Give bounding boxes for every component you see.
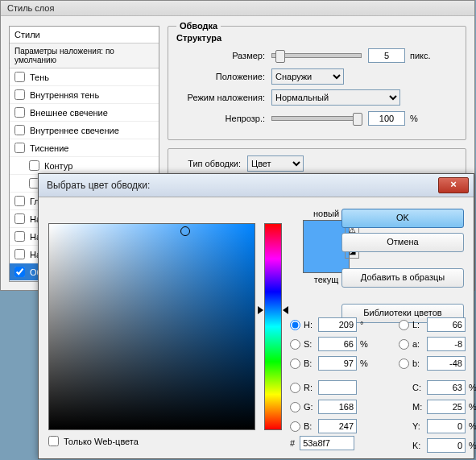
saturation-brightness-field[interactable]	[48, 223, 255, 430]
bch-input[interactable]	[318, 419, 357, 433]
style-item-label: Тиснение	[30, 143, 68, 153]
style-item-checkbox[interactable]	[14, 125, 25, 135]
size-label: Размер:	[176, 51, 265, 60]
y-input[interactable]	[427, 419, 466, 433]
position-label: Положение:	[176, 72, 265, 81]
g-input[interactable]	[318, 400, 357, 414]
web-colors-label: Только Web-цвета	[64, 437, 139, 446]
color-picker-titlebar[interactable]: Выбрать цвет обводки: ×	[39, 174, 474, 197]
b-input[interactable]	[318, 356, 357, 371]
style-item-label: Внешнее свечение	[30, 108, 108, 118]
sb-cursor[interactable]	[180, 226, 190, 236]
cancel-button[interactable]: Отмена	[341, 233, 464, 252]
ok-button[interactable]: OK	[341, 209, 464, 228]
s-input[interactable]	[318, 337, 357, 351]
r-label: R:	[304, 383, 318, 392]
style-item-0[interactable]: Тень	[10, 68, 159, 86]
style-item-checkbox[interactable]	[14, 249, 25, 259]
c-label: C:	[412, 383, 427, 392]
close-button[interactable]: ×	[438, 177, 469, 193]
style-item-checkbox[interactable]	[14, 89, 25, 100]
layer-style-titlebar[interactable]: Стиль слоя	[1, 1, 474, 16]
style-item-checkbox[interactable]	[14, 196, 25, 206]
k-input[interactable]	[427, 438, 466, 453]
hue-indicator-right-icon	[283, 306, 288, 314]
style-item-checkbox[interactable]	[14, 143, 25, 153]
hex-input[interactable]	[300, 436, 354, 450]
c-input[interactable]	[427, 380, 466, 395]
color-picker-title: Выбрать цвет обводки:	[43, 180, 438, 191]
s-label: S:	[304, 339, 318, 349]
opacity-input[interactable]	[368, 111, 405, 126]
stroke-group-title: Обводка	[176, 21, 221, 31]
s-radio[interactable]	[290, 339, 300, 350]
blending-params-row[interactable]: Параметры наложения: по умолчанию	[10, 44, 159, 68]
style-item-1[interactable]: Внутренняя тень	[10, 86, 159, 104]
style-item-checkbox[interactable]	[14, 107, 25, 118]
bch-radio[interactable]	[290, 421, 300, 432]
m-label: M:	[412, 402, 427, 412]
r-radio[interactable]	[290, 383, 300, 393]
opacity-unit: %	[410, 114, 418, 123]
add-to-swatches-button[interactable]: Добавить в образцы	[341, 268, 464, 288]
l-radio[interactable]	[399, 320, 409, 330]
a-radio[interactable]	[399, 339, 409, 350]
position-select[interactable]: Снаружи	[271, 68, 344, 85]
style-item-checkbox[interactable]	[29, 160, 39, 171]
style-item-checkbox[interactable]	[14, 231, 25, 242]
b-label: B:	[304, 358, 318, 368]
blend-select[interactable]: Нормальный	[271, 89, 400, 106]
style-item-2[interactable]: Внешнее свечение	[10, 104, 159, 122]
layer-style-title: Стиль слоя	[7, 3, 54, 13]
m-unit: %	[469, 402, 476, 412]
l-input[interactable]	[427, 317, 466, 332]
hue-strip[interactable]	[264, 223, 282, 430]
lab-b-input[interactable]	[427, 356, 466, 371]
style-item-checkbox[interactable]	[14, 213, 25, 224]
h-unit: °	[360, 320, 373, 329]
structure-heading: Структура	[176, 33, 457, 43]
y-unit: %	[469, 421, 476, 431]
color-picker-dialog: Выбрать цвет обводки: × новый текущ ⚠ ◪ …	[38, 173, 474, 459]
web-colors-checkbox[interactable]	[48, 436, 59, 446]
h-input[interactable]	[318, 317, 357, 332]
style-item-checkbox[interactable]	[14, 267, 25, 277]
k-label: K:	[412, 441, 427, 450]
hue-indicator-left-icon	[258, 306, 263, 314]
size-unit: пикс.	[410, 51, 431, 60]
hex-hash-label: #	[290, 438, 295, 448]
style-item-checkbox[interactable]	[14, 72, 25, 82]
h-label: H:	[304, 320, 318, 329]
r-input[interactable]	[318, 380, 357, 395]
l-label: L:	[412, 320, 427, 329]
fill-type-label: Тип обводки:	[176, 159, 241, 168]
blend-label: Режим наложения:	[176, 93, 265, 102]
bch-label: B:	[304, 421, 318, 431]
lab-b-label: b:	[412, 358, 427, 368]
size-input[interactable]	[368, 48, 405, 63]
style-item-3[interactable]: Внутреннее свечение	[10, 122, 159, 139]
g-radio[interactable]	[290, 402, 300, 412]
fill-type-select[interactable]: Цвет	[247, 155, 304, 172]
opacity-slider[interactable]	[271, 116, 362, 121]
b-radio[interactable]	[290, 358, 300, 369]
close-icon: ×	[450, 178, 457, 190]
m-input[interactable]	[427, 400, 466, 414]
style-item-4[interactable]: Тиснение	[10, 139, 159, 157]
style-item-label: Тень	[30, 73, 49, 82]
lab-b-radio[interactable]	[399, 358, 409, 369]
c-unit: %	[469, 383, 476, 392]
stroke-fieldset: Обводка Структура Размер: пикс. Положени…	[168, 26, 466, 140]
b-unit: %	[360, 358, 373, 368]
style-item-label: Внутренняя тень	[30, 90, 99, 100]
opacity-label: Непрозр.:	[176, 114, 265, 123]
style-item-label: Контур	[44, 161, 72, 171]
styles-header: Стили	[10, 27, 159, 44]
a-label: a:	[412, 339, 427, 349]
h-radio[interactable]	[290, 320, 300, 330]
a-input[interactable]	[427, 337, 466, 351]
size-slider[interactable]	[271, 53, 362, 58]
y-label: Y:	[412, 421, 427, 431]
style-item-5[interactable]: Контур	[10, 157, 159, 175]
k-unit: %	[469, 441, 476, 450]
